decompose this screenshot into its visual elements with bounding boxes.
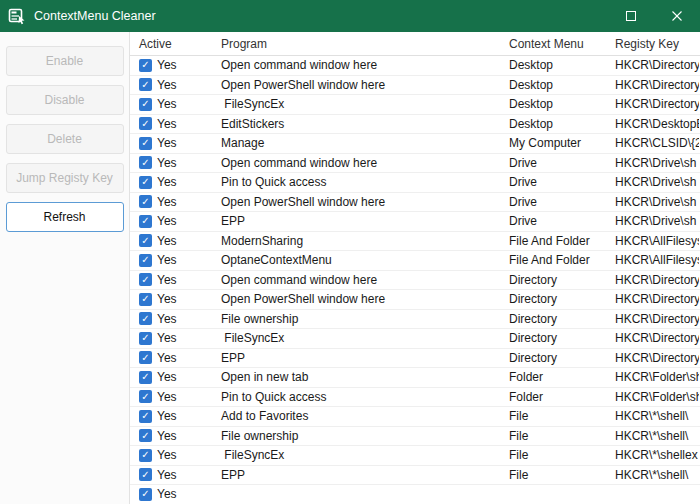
table-row[interactable]: ✓YesPin to Quick accessDriveHKCR\Drive\s…: [130, 173, 700, 193]
registry-key-cell: HKCR\Drive\sh: [606, 175, 699, 189]
table-row[interactable]: ✓YesOpen command window hereDirectoryHKC…: [130, 271, 700, 291]
program-cell: Pin to Quick access: [212, 390, 500, 404]
active-checkbox[interactable]: ✓: [139, 137, 152, 150]
active-checkbox[interactable]: ✓: [139, 215, 152, 228]
active-checkbox[interactable]: ✓: [139, 351, 152, 364]
active-checkbox[interactable]: ✓: [139, 390, 152, 403]
table-row[interactable]: ✓YesManageMy ComputerHKCR\CLSID\{2: [130, 134, 700, 154]
program-cell: Open PowerShell window here: [212, 195, 500, 209]
active-checkbox[interactable]: ✓: [139, 293, 152, 306]
table-row[interactable]: ✓Yes FileSyncExDesktopHKCR\Directory: [130, 95, 700, 115]
sidebar-button-refresh[interactable]: Refresh: [6, 202, 124, 232]
active-cell: ✓Yes: [130, 292, 212, 306]
active-checkbox[interactable]: ✓: [139, 98, 152, 111]
active-checkbox[interactable]: ✓: [139, 156, 152, 169]
registry-key-cell: HKCR\*\shell\: [606, 468, 699, 482]
active-label: Yes: [157, 253, 177, 267]
active-label: Yes: [157, 136, 177, 150]
active-checkbox[interactable]: ✓: [139, 117, 152, 130]
sidebar-button-enable[interactable]: Enable: [6, 46, 124, 76]
active-checkbox[interactable]: ✓: [139, 176, 152, 189]
active-label: Yes: [157, 234, 177, 248]
program-cell: FileSyncEx: [212, 331, 500, 345]
active-cell: ✓Yes: [130, 409, 212, 423]
table-row[interactable]: ✓YesFile ownershipDirectoryHKCR\Director…: [130, 310, 700, 330]
active-label: Yes: [157, 312, 177, 326]
active-cell: ✓Yes: [130, 136, 212, 150]
active-label: Yes: [157, 78, 177, 92]
context-menu-cell: My Computer: [500, 136, 606, 150]
table-row[interactable]: ✓Yes FileSyncExDirectoryHKCR\Directory: [130, 329, 700, 349]
registry-key-cell: HKCR\Directory: [606, 273, 699, 287]
active-checkbox[interactable]: ✓: [139, 429, 152, 442]
active-cell: ✓Yes: [130, 253, 212, 267]
table-row[interactable]: ✓YesOptaneContextMenuFile And FolderHKCR…: [130, 251, 700, 271]
active-checkbox[interactable]: ✓: [139, 273, 152, 286]
active-label: Yes: [157, 351, 177, 365]
table-row[interactable]: ✓YesPin to Quick accessFolderHKCR\Folder…: [130, 388, 700, 408]
sidebar: EnableDisableDeleteJump Registy KeyRefre…: [0, 32, 130, 504]
active-cell: ✓Yes: [130, 351, 212, 365]
column-header-program[interactable]: Program: [212, 37, 500, 51]
active-checkbox[interactable]: ✓: [139, 312, 152, 325]
table-row[interactable]: ✓YesOpen in new tabFolderHKCR\Folder\sh: [130, 368, 700, 388]
program-cell: Open command window here: [212, 273, 500, 287]
program-cell: Open in new tab: [212, 370, 500, 384]
registry-key-cell: HKCR\Folder\sh: [606, 390, 699, 404]
table-row[interactable]: ✓YesFile ownershipFileHKCR\*\shell\: [130, 427, 700, 447]
active-cell: ✓Yes: [130, 429, 212, 443]
table-row[interactable]: ✓YesEPPDirectoryHKCR\Directory: [130, 349, 700, 369]
table-row[interactable]: ✓Yes: [130, 485, 700, 504]
table-row[interactable]: ✓YesOpen PowerShell window hereDirectory…: [130, 290, 700, 310]
column-header-active[interactable]: Active: [130, 37, 212, 51]
maximize-button[interactable]: [608, 0, 654, 32]
active-label: Yes: [157, 273, 177, 287]
active-checkbox[interactable]: ✓: [139, 254, 152, 267]
active-checkbox[interactable]: ✓: [139, 195, 152, 208]
active-label: Yes: [157, 487, 177, 501]
active-checkbox[interactable]: ✓: [139, 449, 152, 462]
active-checkbox[interactable]: ✓: [139, 371, 152, 384]
registry-key-cell: HKCR\Folder\sh: [606, 370, 699, 384]
active-checkbox[interactable]: ✓: [139, 332, 152, 345]
active-label: Yes: [157, 331, 177, 345]
table-row[interactable]: ✓YesEPPFileHKCR\*\shell\: [130, 466, 700, 486]
program-cell: Open command window here: [212, 156, 500, 170]
context-menu-cell: Directory: [500, 351, 606, 365]
program-cell: File ownership: [212, 429, 500, 443]
sidebar-button-jump-registy-key[interactable]: Jump Registy Key: [6, 163, 124, 193]
program-cell: EPP: [212, 468, 500, 482]
sidebar-button-disable[interactable]: Disable: [6, 85, 124, 115]
active-cell: ✓Yes: [130, 195, 212, 209]
active-checkbox[interactable]: ✓: [139, 488, 152, 501]
table-row[interactable]: ✓YesOpen PowerShell window hereDesktopHK…: [130, 76, 700, 96]
active-checkbox[interactable]: ✓: [139, 410, 152, 423]
program-cell: EditStickers: [212, 117, 500, 131]
table-row[interactable]: ✓YesOpen command window hereDesktopHKCR\…: [130, 56, 700, 76]
column-header-context-menu[interactable]: Context Menu: [500, 37, 606, 51]
active-cell: ✓Yes: [130, 448, 212, 462]
registry-key-cell: HKCR\Directory: [606, 351, 699, 365]
context-menu-cell: Drive: [500, 156, 606, 170]
table-row[interactable]: ✓YesEPPDriveHKCR\Drive\sh: [130, 212, 700, 232]
context-menu-cell: Desktop: [500, 78, 606, 92]
table-row[interactable]: ✓Yes FileSyncExFileHKCR\*\shellex: [130, 446, 700, 466]
table-row[interactable]: ✓YesEditStickersDesktopHKCR\DesktopB: [130, 115, 700, 135]
column-header-registy-key[interactable]: Registy Key: [606, 37, 699, 51]
active-checkbox[interactable]: ✓: [139, 78, 152, 91]
table-row[interactable]: ✓YesOpen PowerShell window hereDriveHKCR…: [130, 193, 700, 213]
context-menu-cell: File: [500, 409, 606, 423]
registry-key-cell: HKCR\AllFilesys: [606, 234, 699, 248]
app-icon: [8, 7, 26, 25]
active-checkbox[interactable]: ✓: [139, 234, 152, 247]
sidebar-button-delete[interactable]: Delete: [6, 124, 124, 154]
active-checkbox[interactable]: ✓: [139, 468, 152, 481]
close-button[interactable]: [654, 0, 700, 32]
app-window: ContextMenu Cleaner EnableDisableDeleteJ…: [0, 0, 700, 504]
context-menu-cell: Desktop: [500, 97, 606, 111]
table-row[interactable]: ✓YesAdd to FavoritesFileHKCR\*\shell\: [130, 407, 700, 427]
table-row[interactable]: ✓YesOpen command window hereDriveHKCR\Dr…: [130, 154, 700, 174]
active-label: Yes: [157, 195, 177, 209]
table-row[interactable]: ✓YesModernSharingFile And FolderHKCR\All…: [130, 232, 700, 252]
active-checkbox[interactable]: ✓: [139, 59, 152, 72]
